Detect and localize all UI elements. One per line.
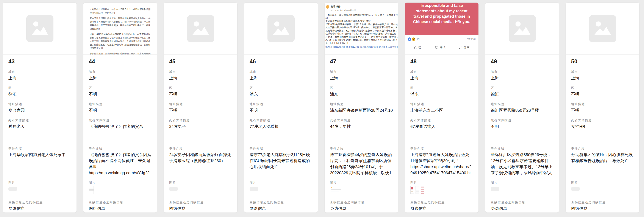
field-label-event: 事件介绍: [491, 146, 554, 150]
weibo-timestamp: 4-2 02:31 来自 iPhone客户端: [330, 9, 356, 12]
field-label-source: 直接信息还是间接信息: [250, 200, 312, 204]
field-value-source: 网络信息: [250, 206, 312, 212]
record-card-46[interactable]: 46 城市 上海 区 浦东 地址描述 不明 死者大体描述 77岁老人沈瑞根 事件…: [244, 2, 318, 213]
field-label-event: 事件介绍: [8, 146, 71, 150]
field-value-source: 身边信息: [410, 206, 473, 212]
field-value-event: 博主茶香禅静44岁的堂哥因延误治疗去世：我哥哥家住浦东新区唐镇创新西路28弄24…: [330, 152, 393, 176]
field-label-source: 直接信息还是间接信息: [8, 200, 71, 204]
image-placeholder-icon: [268, 15, 295, 42]
card-number: 45: [169, 58, 232, 65]
field-value-address: 不明: [169, 107, 232, 113]
field-value-district: 浦东: [410, 91, 473, 97]
field-value-source: 网络信息: [571, 206, 634, 212]
field-value-address: 华欣家园: [8, 107, 71, 113]
record-card-50[interactable]: 50 城市 上海 区 不明 地址描述 不明 死者大体描述 女性HR 事件介绍 丹…: [566, 2, 640, 213]
image-thumbnails: [250, 186, 312, 196]
field-value-district: 不明: [571, 91, 634, 97]
field-label-source: 直接信息还是间接信息: [330, 200, 393, 204]
cards-grid: 43 城市 上海 区 徐汇 地址描述 华欣家园 死者大体描述 独居老人 事件介绍…: [0, 0, 644, 215]
field-value-deceased: 不明: [491, 124, 554, 142]
card-number: 47: [330, 58, 393, 65]
field-label-images: 图片: [250, 181, 312, 185]
field-label-source: 直接信息还是间接信息: [410, 200, 473, 204]
field-value-deceased: 24岁男子: [169, 124, 232, 142]
field-label-address: 地址描述: [89, 102, 152, 106]
field-label-address: 地址描述: [169, 102, 232, 106]
record-card-44[interactable]: 人都没有这样的机会。一个病人需要几十个人的同时帮助和关怀才有可能获得一丝的机会！…: [83, 2, 157, 213]
image-thumbnails: [491, 186, 554, 196]
comment-button[interactable]: 评论: [435, 46, 446, 49]
reaction-count: 19: [416, 38, 420, 41]
image-thumbnail: [330, 186, 342, 193]
field-value-address: 不明: [571, 107, 634, 113]
field-value-city: 上海: [8, 75, 71, 81]
field-label-deceased: 死者大体描述: [410, 118, 473, 122]
field-label-city: 城市: [250, 70, 312, 74]
record-card-49[interactable]: 49 城市 上海 区 徐汇 地址描述 徐汇区罗秀路850弄26号楼 死者大体描述…: [485, 2, 559, 213]
record-card-48[interactable]: irresponsible and false statements about…: [405, 2, 479, 213]
field-value-address: 浦东新区唐镇创新西路28弄24号101室: [330, 107, 393, 113]
field-label-address: 地址描述: [250, 102, 312, 106]
image-thumbnail: [169, 187, 178, 191]
field-label-deceased: 死者大体描述: [571, 118, 634, 122]
card-cover: 人都没有这样的机会。一个病人需要几十个人的同时帮助和关怀才有可能获得一丝的机会！…: [84, 2, 157, 55]
weibo-mention-links: 海发布 @News上海 @上海12345 @上海市市民信箱 @上海市志愿者协会: [326, 45, 398, 48]
image-thumbnails: [330, 186, 393, 196]
field-label-district: 区: [8, 86, 71, 90]
field-label-source: 直接信息还是间接信息: [491, 200, 554, 204]
image-placeholder-icon: [509, 15, 536, 42]
record-card-47[interactable]: 茶香禅静 4-2 02:31 来自 iPhone客户端 一名志愿者，昨日我投入路…: [324, 2, 398, 213]
image-thumbnail: [89, 186, 94, 194]
article-paragraph: 那一天我觉得我们是幸运的，我还在朋友圈里感谢人民群众！感谢互联！当时我的小区已被…: [90, 17, 150, 30]
field-label-address: 地址描述: [8, 102, 71, 106]
field-value-source: 身边信息: [330, 206, 393, 212]
field-label-deceased: 死者大体描述: [89, 118, 152, 122]
card-number: 46: [250, 58, 312, 65]
field-value-address: 上海浦东寿二小区: [410, 107, 473, 113]
field-value-district: 徐汇: [491, 91, 554, 97]
field-value-deceased: 《我的爸爸 没了》作者的父亲: [89, 124, 152, 142]
field-value-deceased: 独居老人: [8, 124, 71, 142]
field-label-deceased: 死者大体描述: [169, 118, 232, 122]
card-cover: [164, 2, 237, 55]
article-paragraph: 人都没有这样的机会。一个病人需要几十个人的同时帮助和关怀才有可能获得一丝的机会！: [90, 8, 150, 15]
article-screenshot: 人都没有这样的机会。一个病人需要几十个人的同时帮助和关怀才有可能获得一丝的机会！…: [84, 2, 157, 55]
card-cover: [244, 2, 318, 55]
card-number: 50: [571, 58, 634, 65]
card-cover: 茶香禅静 4-2 02:31 来自 iPhone客户端 一名志愿者，昨日我投入路…: [324, 2, 398, 55]
image-thumbnail: [8, 187, 17, 191]
card-cover: irresponsible and false statements about…: [405, 2, 478, 55]
field-label-address: 地址描述: [330, 102, 393, 106]
comments-count[interactable]: 7条评论: [466, 37, 476, 41]
image-thumbnails: [89, 186, 152, 196]
field-label-images: 图片: [169, 181, 232, 185]
field-label-city: 城市: [571, 70, 634, 74]
field-value-district: 不明: [169, 91, 232, 97]
field-value-source: 网络信息: [169, 206, 232, 212]
like-button[interactable]: 赞: [414, 46, 421, 49]
avatar: [326, 5, 329, 8]
field-label-deceased: 死者大体描述: [8, 118, 71, 122]
image-thumbnail: [250, 187, 258, 191]
field-value-source: 身边信息: [491, 206, 554, 212]
field-value-event: 丹纳赫集团的某Hr，因心脏猝死没有核酸报告耽误治疗，导致死亡: [571, 152, 634, 176]
field-value-source: 网络信息: [89, 206, 152, 212]
field-label-district: 区: [250, 86, 312, 90]
like-reaction-icon: [408, 37, 411, 41]
reaction-summary: 19: [408, 37, 420, 41]
field-value-district: 浦东: [250, 91, 312, 97]
field-label-source: 直接信息还是间接信息: [571, 200, 634, 204]
field-value-address: 不明: [89, 107, 152, 113]
image-placeholder-icon: [26, 15, 54, 42]
field-label-city: 城市: [410, 70, 473, 74]
field-label-images: 图片: [410, 181, 473, 185]
share-button[interactable]: 分享: [459, 46, 470, 49]
field-label-district: 区: [571, 86, 634, 90]
field-value-city: 上海: [169, 75, 232, 81]
record-card-43[interactable]: 43 城市 上海 区 徐汇 地址描述 华欣家园 死者大体描述 独居老人 事件介绍…: [3, 2, 77, 213]
weibo-screenshot: 茶香禅静 4-2 02:31 来自 iPhone客户端 一名志愿者，昨日我投入路…: [324, 2, 398, 48]
field-value-address: 徐汇区罗秀路850弄26号楼: [491, 107, 554, 113]
field-value-district: 浦东: [330, 91, 393, 97]
record-card-45[interactable]: 45 城市 上海 区 不明 地址描述 不明 死者大体描述 24岁男子 事件介绍 …: [164, 2, 238, 213]
weibo-username: 茶香禅静: [330, 5, 356, 8]
